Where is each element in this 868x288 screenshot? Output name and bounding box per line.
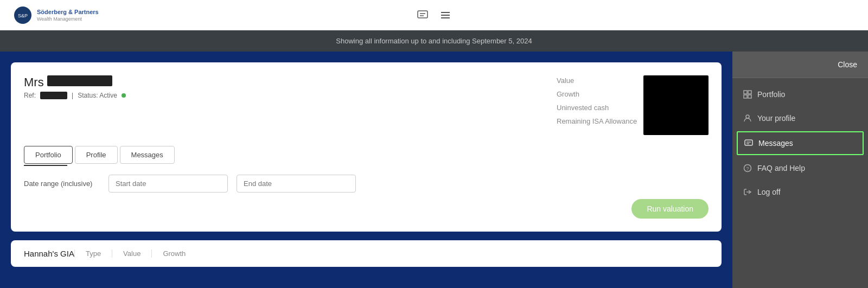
gia-card: Hannah's GIA Type Value Growth — [11, 240, 722, 267]
close-button[interactable]: Close — [732, 52, 868, 78]
date-range-label: Date range (inclusive) — [24, 180, 100, 188]
sidebar-item-messages[interactable]: Messages — [737, 131, 864, 155]
chat-icon — [417, 9, 429, 21]
user-info: Mrs Ref: | Status: Active — [24, 75, 126, 99]
tabs: Portfolio Profile Messages — [24, 146, 709, 164]
gia-col-growth: Growth — [151, 249, 196, 258]
sidebar-item-faq-label: FAQ and Help — [757, 164, 805, 172]
tab-profile[interactable]: Profile — [75, 146, 118, 164]
app-header: S&P Söderberg & Partners Wealth Manageme… — [0, 0, 868, 30]
tab-underline — [24, 165, 67, 166]
ref-value-redacted — [40, 92, 67, 99]
user-icon — [743, 114, 752, 123]
svg-rect-11 — [748, 95, 751, 98]
logout-icon — [743, 188, 752, 196]
sidebar-item-your-profile-label: Your profile — [757, 114, 795, 123]
gia-header: Hannah's GIA Type Value Growth — [24, 249, 709, 258]
main-area: Mrs Ref: | Status: Active Value — [0, 52, 868, 288]
gia-title: Hannah's GIA — [24, 249, 74, 258]
right-sidebar: Close Portfolio — [732, 52, 868, 288]
value-label: Value — [557, 75, 643, 86]
tab-portfolio[interactable]: Portfolio — [24, 146, 73, 164]
status-label: Status: Active — [78, 92, 117, 99]
user-name-redacted — [47, 75, 112, 86]
stats-labels: Value Growth Uninvested cash Remaining I… — [557, 75, 643, 126]
card-header: Mrs Ref: | Status: Active Value — [24, 75, 709, 135]
gia-columns: Type Value Growth — [74, 249, 709, 258]
user-salutation: Mrs — [24, 75, 126, 89]
uninvested-cash-label: Uninvested cash — [557, 103, 643, 113]
tab-messages[interactable]: Messages — [120, 146, 175, 164]
stats-table: Value Growth Uninvested cash Remaining I… — [557, 75, 709, 135]
logo-sub: Wealth Management — [37, 16, 99, 22]
messages-icon-btn[interactable] — [417, 9, 429, 21]
gia-col-value: Value — [112, 249, 151, 258]
status-active-dot — [122, 93, 126, 98]
date-range-row: Date range (inclusive) — [24, 175, 709, 193]
logo: S&P Söderberg & Partners Wealth Manageme… — [13, 5, 99, 25]
growth-label: Growth — [557, 89, 643, 99]
sidebar-item-portfolio-label: Portfolio — [757, 90, 785, 99]
hamburger-icon — [439, 9, 451, 21]
sidebar-item-faq[interactable]: ? FAQ and Help — [732, 156, 868, 180]
logo-icon: S&P — [13, 5, 33, 25]
svg-point-12 — [746, 115, 749, 118]
svg-rect-8 — [744, 91, 747, 94]
header-icons — [417, 9, 451, 21]
run-valuation-button[interactable]: Run valuation — [631, 199, 709, 219]
sidebar-item-portfolio[interactable]: Portfolio — [732, 82, 868, 106]
menu-icon-btn[interactable] — [439, 9, 451, 21]
svg-rect-10 — [744, 95, 747, 98]
start-date-input[interactable] — [108, 175, 228, 193]
end-date-input[interactable] — [237, 175, 356, 193]
sidebar-item-your-profile[interactable]: Your profile — [732, 106, 868, 130]
sidebar-item-logoff[interactable]: Log off — [732, 180, 868, 204]
svg-text:S&P: S&P — [18, 13, 28, 18]
logo-name: Söderberg & Partners — [37, 8, 99, 16]
svg-rect-9 — [748, 91, 751, 94]
svg-rect-2 — [418, 11, 427, 18]
run-btn-row: Run valuation — [24, 199, 709, 219]
grid-icon — [743, 90, 752, 99]
sidebar-item-messages-label: Messages — [758, 139, 793, 148]
info-bar-text: Showing all information up to and includ… — [336, 37, 532, 45]
question-icon: ? — [743, 164, 752, 172]
info-bar: Showing all information up to and includ… — [0, 30, 868, 52]
remaining-isa-label: Remaining ISA Allowance — [557, 116, 643, 126]
ref-label: Ref: — [24, 92, 36, 99]
svg-text:?: ? — [746, 166, 749, 171]
sidebar-nav: Portfolio Your profile — [732, 78, 868, 208]
user-card: Mrs Ref: | Status: Active Value — [11, 62, 722, 232]
separator: | — [72, 92, 73, 99]
content-area: Mrs Ref: | Status: Active Value — [0, 52, 732, 288]
message-icon — [744, 139, 753, 148]
stats-values-redacted — [643, 75, 709, 135]
svg-rect-13 — [745, 140, 752, 145]
gia-col-type: Type — [74, 249, 112, 258]
sidebar-item-logoff-label: Log off — [757, 188, 781, 196]
user-ref-row: Ref: | Status: Active — [24, 92, 126, 99]
